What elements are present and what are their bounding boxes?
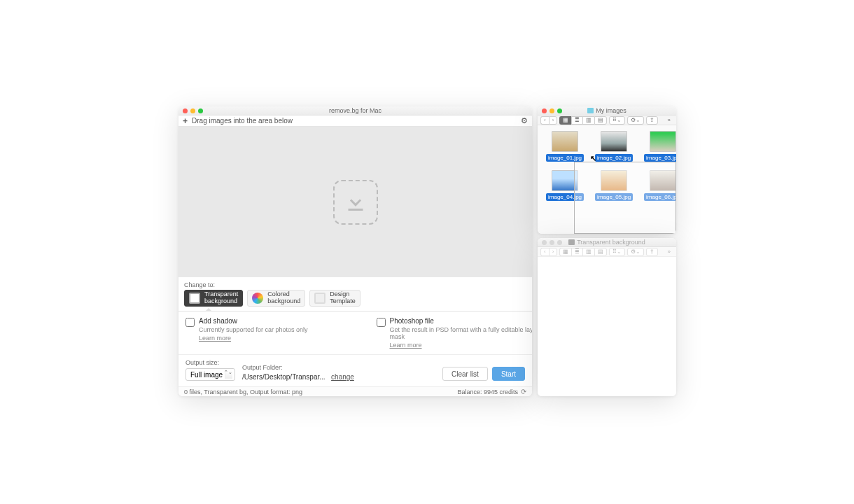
view-icons-button[interactable]: ▦ <box>559 116 571 125</box>
dropzone-box <box>333 180 378 225</box>
view-list-button[interactable]: ≣ <box>571 248 582 256</box>
toolbar-overflow[interactable]: » <box>665 116 673 125</box>
add-shadow-checkbox[interactable] <box>186 318 195 327</box>
zoom-icon[interactable] <box>557 240 562 245</box>
zoom-icon[interactable] <box>557 108 562 113</box>
file-name: image_03.jpg <box>644 154 676 162</box>
action-button[interactable]: ⚙ ⌄ <box>627 116 644 125</box>
drag-hint: Drag images into the area below <box>192 117 293 125</box>
refresh-icon[interactable]: ⟳ <box>521 388 526 396</box>
bg-option-transparent[interactable]: Transparentbackground <box>184 290 243 307</box>
thumbnail-icon <box>650 131 676 152</box>
template-swatch-icon <box>314 293 326 304</box>
view-list-button[interactable]: ≣ <box>571 116 582 125</box>
output-size-label: Output size: <box>186 359 235 366</box>
psd-desc: Get the result in PSD format with a full… <box>390 326 533 340</box>
finder-content[interactable]: image_01.jpg image_02.jpg image_03.jpg i… <box>538 125 676 234</box>
psd-checkbox[interactable] <box>377 318 386 327</box>
action-button[interactable]: ⚙ ⌄ <box>627 248 644 256</box>
chevron-right-icon: › <box>552 248 554 255</box>
dropzone[interactable] <box>178 127 532 277</box>
subheader: + Drag images into the area below ⚙ <box>178 115 532 127</box>
view-columns-button[interactable]: ▥ <box>582 248 594 256</box>
bg-opt-label: Design <box>330 290 349 298</box>
options-panel: Add shadow Currently supported for car p… <box>178 311 532 354</box>
thumbnail-icon <box>601 131 627 152</box>
add-shadow-learn-more[interactable]: Learn more <box>199 335 231 342</box>
thumbnail-icon <box>552 131 578 152</box>
plus-icon[interactable]: + <box>183 117 188 125</box>
bg-opt-label: Colored <box>267 290 290 298</box>
file-name: image_01.jpg <box>546 154 584 162</box>
output-folder-label: Output Folder: <box>242 364 354 371</box>
chevron-right-icon: › <box>552 117 554 123</box>
share-icon: ⇪ <box>650 117 654 123</box>
finder-toolbar: ‹ › ▦ ≣ ▥ ▤ ⠿ ⌄ ⚙ ⌄ ⇪ » <box>538 247 676 257</box>
titlebar: Transparent background <box>538 238 676 247</box>
share-button[interactable]: ⇪ <box>646 116 658 125</box>
finder-transparent-bg: Transparent background ‹ › ▦ ≣ ▥ ▤ ⠿ ⌄ ⚙… <box>538 238 676 396</box>
bg-opt-label: background <box>204 298 237 304</box>
view-gallery-button[interactable]: ▤ <box>594 248 607 256</box>
add-shadow-desc: Currently supported for car photos only <box>199 326 308 333</box>
change-folder-link[interactable]: change <box>331 373 354 381</box>
removebg-window: remove.bg for Mac + Drag images into the… <box>178 106 532 396</box>
bg-option-template[interactable]: DesignTemplate <box>309 290 360 307</box>
folder-icon <box>568 239 575 245</box>
file-item[interactable]: image_01.jpg <box>546 131 584 162</box>
transparent-swatch-icon <box>189 293 200 304</box>
change-to-label: Change to: <box>178 277 532 290</box>
arrange-button[interactable]: ⠿ ⌄ <box>609 116 625 125</box>
file-item[interactable]: image_02.jpg <box>595 131 633 162</box>
status-left: 0 files, Transparent bg, Output format: … <box>184 388 302 396</box>
start-button[interactable]: Start <box>492 367 525 381</box>
nav-back-button[interactable]: ‹ <box>540 116 549 125</box>
caret-up-icon <box>205 308 212 312</box>
close-icon[interactable] <box>542 240 547 245</box>
titlebar: remove.bg for Mac <box>178 106 532 115</box>
close-icon[interactable] <box>542 108 547 113</box>
window-title: My images <box>596 107 626 114</box>
nav-forward-button[interactable]: › <box>549 248 558 256</box>
view-gallery-button[interactable]: ▤ <box>594 116 607 125</box>
finder-my-images: My images ‹ › ▦ ≣ ▥ ▤ ⠿ ⌄ ⚙ ⌄ ⇪ » image_… <box>538 106 676 234</box>
bg-opt-label: Template <box>330 298 356 304</box>
toolbar-overflow[interactable]: » <box>665 248 673 256</box>
psd-learn-more[interactable]: Learn more <box>390 342 422 349</box>
window-title: Transparent background <box>577 239 645 246</box>
psd-label: Photoshop file <box>390 317 533 325</box>
status-bar: 0 files, Transparent bg, Output format: … <box>178 386 532 396</box>
share-icon: ⇪ <box>650 248 654 255</box>
download-arrow-icon <box>343 190 368 215</box>
folder-icon <box>587 108 594 113</box>
chevron-left-icon: ‹ <box>544 117 546 123</box>
gear-icon[interactable]: ⚙ <box>521 116 528 125</box>
nav-back-button[interactable]: ‹ <box>540 248 549 256</box>
minimize-icon[interactable] <box>550 108 554 113</box>
add-shadow-label: Add shadow <box>199 317 308 325</box>
color-wheel-icon <box>252 293 263 304</box>
minimize-icon[interactable] <box>190 108 195 113</box>
output-folder-path: /Users/Desktop/Transpar... <box>242 373 326 381</box>
nav-forward-button[interactable]: › <box>549 116 558 125</box>
bg-opt-label: Transparent <box>204 290 238 298</box>
output-size-select[interactable]: Full image <box>186 368 235 381</box>
file-name: image_02.jpg <box>595 154 633 162</box>
clear-list-button[interactable]: Clear list <box>442 367 488 381</box>
bg-options: Transparentbackground Coloredbackground … <box>178 290 532 311</box>
zoom-icon[interactable] <box>198 108 203 113</box>
view-icons-button[interactable]: ▦ <box>559 248 571 256</box>
arrange-button[interactable]: ⠿ ⌄ <box>609 248 625 256</box>
gear-icon: ⚙ <box>631 248 636 255</box>
view-columns-button[interactable]: ▥ <box>582 116 594 125</box>
minimize-icon[interactable] <box>550 240 554 245</box>
status-balance: Balance: 9945 credits <box>457 388 518 396</box>
titlebar: My images <box>538 106 676 115</box>
finder-toolbar: ‹ › ▦ ≣ ▥ ▤ ⠿ ⌄ ⚙ ⌄ ⇪ » <box>538 115 676 125</box>
bg-option-colored[interactable]: Coloredbackground <box>247 290 305 307</box>
file-item[interactable]: image_03.jpg <box>644 131 676 162</box>
close-icon[interactable] <box>183 108 188 113</box>
share-button[interactable]: ⇪ <box>646 248 658 256</box>
finder-content[interactable] <box>538 257 676 396</box>
bg-opt-label: background <box>267 298 300 304</box>
